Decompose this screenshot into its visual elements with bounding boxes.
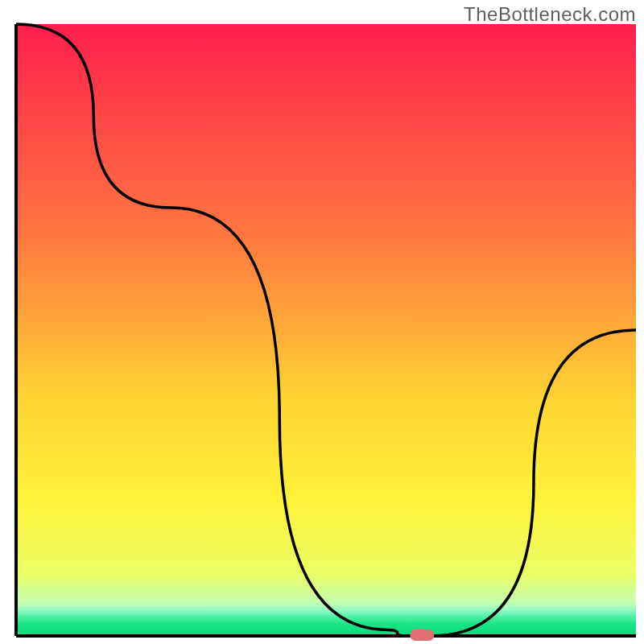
plot-background: [16, 24, 636, 636]
watermark-text: TheBottleneck.com: [464, 3, 636, 26]
chart-svg: [0, 0, 644, 644]
bottleneck-chart: TheBottleneck.com: [0, 0, 644, 644]
optimal-marker: [410, 630, 434, 641]
